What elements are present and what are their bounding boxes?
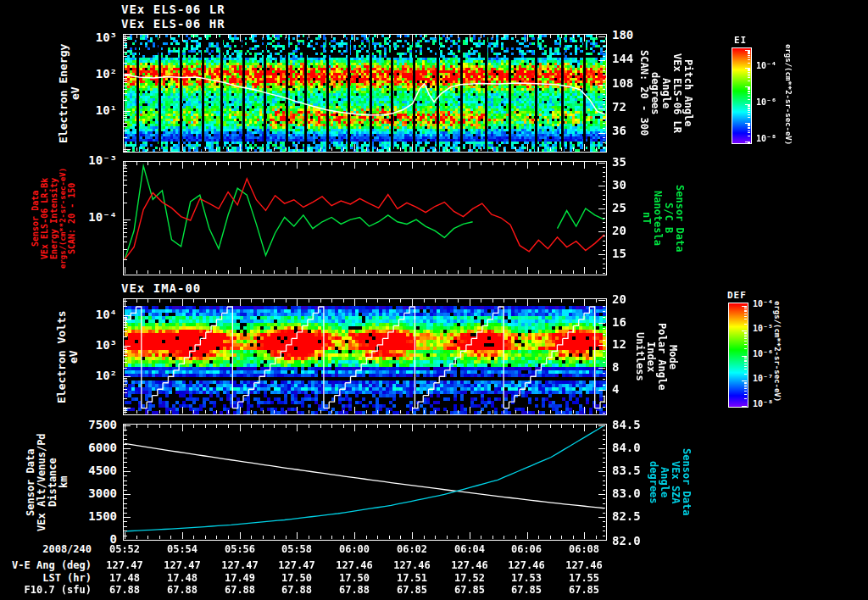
p2-right-axis-label-line4: nT — [641, 161, 652, 275]
ei-colorbar-units-text: ergs/(cm**2-sr-sec-eV) — [784, 39, 793, 151]
p2-right-axis-label-line2: S/C B — [663, 161, 674, 275]
time-tick-1: 05:54 — [153, 544, 211, 554]
p4-ytick-7500: 7500 — [66, 419, 117, 431]
p1-right-axis-label-line5: SCAN: 20 - 300 — [638, 34, 649, 153]
ephemeris-cell: 17.48 — [96, 573, 153, 583]
p2-right-axis-label: Sensor Data S/C B Nanotesla nT — [641, 161, 685, 275]
def-cbtick-1e-4: 10⁻⁴ — [753, 300, 773, 308]
def-cbtick-1e-7: 10⁻⁷ — [753, 375, 773, 383]
ephemeris-cell: 127.46 — [383, 560, 441, 570]
ei-cbtick-1e-4: 10⁻⁴ — [756, 62, 776, 70]
p3-right-axis-label-line4: Unitless — [634, 298, 645, 415]
ei-colorbar-title: EI — [734, 36, 747, 45]
ei-colorbar-units: ergs/(cm**2-sr-sec-eV) — [784, 39, 793, 151]
ephemeris-cell: 17.48 — [153, 573, 211, 583]
p2-left-axis-label-line1: Sensor Data — [31, 161, 40, 275]
time-tick-5: 06:02 — [383, 544, 441, 554]
ephemeris-cell: 17.52 — [441, 573, 498, 583]
def-cbtick-1e-5: 10⁻⁵ — [753, 325, 773, 333]
p2-left-axis-label: Sensor Data VEx ELS-06 LR-Bk Energy Inte… — [31, 161, 76, 275]
p3-right-axis-label: Mode Polar Angle Index Unitless — [634, 298, 678, 415]
ei-cbtick-1e-6: 10⁻⁶ — [756, 98, 776, 107]
p1-right-axis-label-line2: VEx ELS-06 LR — [671, 34, 682, 153]
intensity-bfield-line-chart-canvas — [123, 161, 607, 275]
ephemeris-cell: 17.51 — [383, 573, 441, 583]
ephemeris-cell: 127.46 — [441, 560, 498, 570]
p1-left-axis-label-line2: eV — [70, 34, 81, 153]
p3-left-axis-label-line1: Electron Volts — [56, 298, 68, 415]
ephemeris-cell: 127.47 — [96, 560, 153, 570]
p1-right-axis-label: Pitch Angle VEx ELS-06 LR Angle degrees … — [638, 34, 693, 153]
time-tick-7: 06:06 — [498, 544, 555, 554]
p1-left-axis-label: Electron Energy eV — [58, 34, 81, 153]
def-colorbar-units: ergs/(cm**2-sr-sec-eV) — [773, 294, 782, 409]
ephemeris-cell: 67.85 — [441, 585, 498, 595]
time-tick-3: 05:58 — [268, 544, 326, 554]
ephemeris-cell: 127.46 — [555, 560, 613, 570]
p4-right-axis-label-line1: Sensor Data — [681, 424, 692, 541]
ephemeris-cell: 17.53 — [498, 573, 555, 583]
ephemeris-row-label-f107: F10.7 (sfu) — [0, 585, 92, 595]
p2-left-axis-label-line5: SCAN: 20 - 150 — [67, 161, 76, 275]
altitude-sza-line-chart-canvas — [123, 424, 607, 541]
p1-right-axis-label-line3: Angle — [660, 34, 671, 153]
ephemeris-cell: 127.47 — [153, 560, 211, 570]
ephemeris-row-label-ve-ang: V-E Ang (deg) — [0, 560, 92, 570]
panel1-title-line2: VEx ELS-06 HR — [121, 18, 225, 31]
ephemeris-cell: 127.47 — [268, 560, 326, 570]
p2-left-axis-label-line4: ergs/(cm**2-sr-sec-eV) — [58, 161, 67, 275]
p3-right-axis-label-line2: Polar Angle — [656, 298, 667, 415]
p4-ytick-3000: 3000 — [66, 488, 117, 499]
ephemeris-cell: 127.47 — [211, 560, 269, 570]
ephemeris-cell: 127.46 — [326, 560, 383, 570]
time-tick-0: 05:52 — [96, 544, 153, 554]
p1-right-axis-label-line1: Pitch Angle — [682, 34, 693, 153]
p3-left-axis-label-line2: eV — [68, 298, 80, 415]
ephemeris-cell: 127.46 — [498, 560, 555, 570]
p4-ytick-6000: 6000 — [66, 442, 117, 453]
ephemeris-cell: 67.88 — [153, 585, 211, 595]
def-colorbar-canvas — [728, 303, 748, 408]
ephemeris-row-label-lst: LST (hr) — [0, 573, 92, 583]
p3-right-axis-label-line3: Index — [645, 298, 656, 415]
vex-quicklook-plot-window: VEx ELS-06 LR VEx ELS-06 HR VEx IMA-00 1… — [0, 0, 868, 600]
ephemeris-cell: 17.50 — [326, 573, 383, 583]
p2-left-axis-label-line2: VEx ELS-06 LR-Bk — [40, 161, 49, 275]
ephemeris-cell: 67.88 — [326, 585, 383, 595]
ephemeris-cell: 67.88 — [268, 585, 326, 595]
p4-ytick-1500: 1500 — [66, 511, 117, 522]
time-tick-8: 06:08 — [555, 544, 613, 554]
p3-right-axis-label-line1: Mode — [667, 298, 678, 415]
panel3-title: VEx IMA-00 — [121, 282, 201, 295]
ephemeris-cell: 17.50 — [268, 573, 326, 583]
els-pitch-angle-spectrogram-canvas — [123, 34, 607, 153]
p4-right-axis-label-line3: Angle — [659, 424, 670, 541]
p2-right-axis-label-line1: Sensor Data — [674, 161, 685, 275]
p3-left-axis-label: Electron Volts eV — [56, 298, 80, 415]
p4-ytick-4500: 4500 — [66, 465, 117, 476]
def-colorbar-units-text: ergs/(cm**2-sr-sec-eV) — [773, 294, 782, 409]
ephemeris-cell: 67.88 — [96, 585, 153, 595]
def-cbtick-1e-6: 10⁻⁶ — [753, 350, 773, 358]
time-tick-6: 06:04 — [441, 544, 498, 554]
panel1-title-line1: VEx ELS-06 LR — [121, 3, 225, 16]
time-tick-4: 06:00 — [326, 544, 383, 554]
p4-left-axis-label-line4: km — [58, 424, 70, 541]
ephemeris-cell: 17.55 — [555, 573, 613, 583]
ephemeris-cell: 67.85 — [383, 585, 441, 595]
date-label: 2008/240 — [0, 544, 92, 554]
p1-right-axis-label-line4: degrees — [649, 34, 660, 153]
ei-cbtick-1e-8: 10⁻⁸ — [756, 135, 776, 143]
ephemeris-cell: 17.49 — [211, 573, 269, 583]
def-cbtick-1e-8: 10⁻⁸ — [753, 400, 773, 408]
def-colorbar-title: DEF — [727, 291, 747, 300]
ephemeris-cell: 67.85 — [498, 585, 555, 595]
p4-right-axis-label-line4: degrees — [648, 424, 659, 541]
ephemeris-cell: 67.85 — [555, 585, 613, 595]
time-tick-2: 05:56 — [211, 544, 269, 554]
p2-left-axis-label-line3: Energy Intensity — [49, 161, 58, 275]
p4-right-axis-label: Sensor Data VEx SZA Angle degrees — [648, 424, 692, 541]
p4-left-axis-label: Sensor Data VEx Alt/Venus/Pd Distance km — [25, 424, 70, 541]
p1-left-axis-label-line1: Electron Energy — [58, 34, 70, 153]
ephemeris-cell: 67.88 — [211, 585, 269, 595]
